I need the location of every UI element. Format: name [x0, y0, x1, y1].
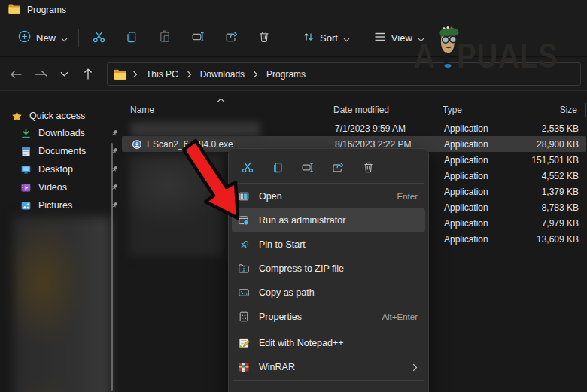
- forward-button[interactable]: [28, 63, 52, 86]
- cut-button[interactable]: [82, 25, 115, 52]
- menu-item-properties[interactable]: Properties Alt+Enter: [232, 305, 425, 329]
- column-divider[interactable]: [324, 103, 324, 117]
- menu-item-copy-as-path[interactable]: Copy as path: [232, 281, 425, 305]
- paste-button[interactable]: [148, 25, 181, 52]
- sidebar-scrollbar[interactable]: [111, 143, 113, 391]
- chevron-down-icon: [60, 71, 68, 77]
- menu-item-label: Properties: [259, 311, 382, 322]
- title-bar: Programs: [0, 0, 587, 20]
- file-type: Application: [434, 168, 526, 184]
- sidebar-item-documents[interactable]: Documents: [20, 142, 122, 160]
- menu-item-compress-to-zip[interactable]: Compress to ZIP file: [232, 257, 425, 281]
- file-name: EScan2_6.4.84.0.exe: [147, 139, 233, 150]
- sidebar-item-videos[interactable]: Videos: [20, 178, 122, 196]
- breadcrumb-programs[interactable]: Programs: [261, 67, 311, 82]
- share-button[interactable]: [325, 155, 351, 179]
- breadcrumb-chevron-icon[interactable]: [131, 71, 139, 78]
- chevron-down-icon: [418, 32, 424, 45]
- menu-item-open[interactable]: Open Enter: [232, 184, 425, 208]
- cut-button[interactable]: [235, 155, 260, 179]
- column-header-type[interactable]: Type: [433, 105, 525, 115]
- path-icon: [238, 287, 250, 299]
- back-button[interactable]: [4, 63, 28, 86]
- trash-icon: [362, 161, 375, 174]
- navigation-pane: Quick access Downloads Documents: [0, 91, 120, 392]
- breadcrumb-this-pc[interactable]: This PC: [141, 67, 184, 82]
- new-button[interactable]: New: [11, 26, 75, 51]
- documents-icon: [20, 146, 32, 157]
- breadcrumb-chevron-icon[interactable]: [185, 71, 193, 78]
- view-list-icon: [374, 32, 386, 45]
- file-type: Application: [434, 184, 526, 199]
- sidebar-item-label: Quick access: [29, 111, 113, 121]
- view-button[interactable]: View: [366, 26, 432, 51]
- menu-item-run-as-administrator[interactable]: Run as administrator: [232, 208, 425, 232]
- column-header-size[interactable]: Size: [525, 105, 586, 115]
- copy-icon: [125, 30, 138, 47]
- sidebar-item-downloads[interactable]: Downloads: [20, 124, 122, 142]
- menu-item-label: Edit with Notepad++: [259, 338, 418, 348]
- notepadpp-icon: [238, 337, 250, 349]
- sort-button[interactable]: Sort: [295, 26, 357, 51]
- folder-icon: [8, 3, 20, 17]
- properties-icon: [238, 311, 250, 323]
- column-divider[interactable]: [433, 103, 433, 117]
- file-date: 7/1/2023 9:59 AM: [325, 120, 434, 136]
- menu-shortcut: Alt+Enter: [382, 312, 418, 321]
- file-size: 28,900 KB: [526, 136, 586, 152]
- sort-arrows-icon: [303, 31, 315, 46]
- file-type: Application: [434, 152, 526, 168]
- context-menu-icon-row: [232, 152, 425, 182]
- zip-folder-icon: [238, 263, 250, 275]
- toolbar-separator: [284, 29, 284, 47]
- videos-icon: [20, 182, 32, 193]
- column-header-name[interactable]: Name: [120, 105, 324, 115]
- toolbar-separator: [78, 29, 79, 47]
- column-divider[interactable]: [585, 103, 586, 117]
- address-bar: This PC Downloads Programs: [0, 58, 587, 91]
- breadcrumb-downloads[interactable]: Downloads: [195, 67, 250, 82]
- menu-item-winrar[interactable]: WinRAR: [232, 355, 425, 379]
- delete-button[interactable]: [248, 25, 281, 52]
- blurred-region: [14, 217, 111, 392]
- arrow-left-icon: [10, 69, 23, 80]
- up-button[interactable]: [76, 63, 100, 86]
- copy-button[interactable]: [115, 25, 148, 52]
- menu-item-edit-with-notepadpp[interactable]: Edit with Notepad++: [232, 331, 425, 355]
- breadcrumb[interactable]: This PC Downloads Programs: [107, 62, 581, 86]
- sidebar-item-quick-access[interactable]: Quick access: [11, 107, 113, 125]
- share-button[interactable]: [214, 25, 248, 52]
- delete-button[interactable]: [355, 155, 381, 179]
- breadcrumb-chevron-icon[interactable]: [251, 71, 260, 78]
- blurred-region: [129, 155, 224, 256]
- scissors-icon: [241, 160, 254, 174]
- menu-shortcut: Enter: [397, 192, 418, 201]
- clipboard-paste-icon: [158, 30, 172, 47]
- file-type: Application: [434, 136, 526, 152]
- desktop-icon: [20, 164, 32, 175]
- menu-separator: [233, 330, 424, 330]
- file-size: 1,379 KB: [526, 184, 586, 199]
- share-icon: [224, 30, 239, 47]
- sidebar-item-pictures[interactable]: Pictures: [20, 196, 122, 214]
- rename-button[interactable]: [181, 25, 214, 52]
- sort-ascending-icon: [217, 95, 225, 105]
- rename-button[interactable]: [295, 155, 321, 179]
- copy-button[interactable]: [265, 155, 290, 179]
- file-type: Application: [434, 231, 526, 247]
- menu-separator: [233, 380, 424, 381]
- sidebar-item-label: Documents: [38, 146, 110, 156]
- sidebar-item-label: Pictures: [38, 200, 110, 211]
- menu-item-pin-to-start[interactable]: Pin to Start: [232, 232, 425, 257]
- blurred-file-name: [131, 122, 260, 137]
- pictures-icon: [20, 200, 32, 211]
- context-menu: Open Enter Run as administrator Pin to S…: [228, 148, 429, 392]
- view-button-label: View: [391, 32, 412, 44]
- column-header-date-modified[interactable]: Date modified: [324, 105, 433, 115]
- recent-locations-button[interactable]: [52, 63, 76, 86]
- tab-title[interactable]: Programs: [27, 5, 66, 15]
- column-divider[interactable]: [525, 103, 525, 117]
- file-type: Application: [434, 215, 526, 231]
- open-icon: [238, 190, 250, 202]
- sidebar-item-desktop[interactable]: Desktop: [20, 160, 122, 178]
